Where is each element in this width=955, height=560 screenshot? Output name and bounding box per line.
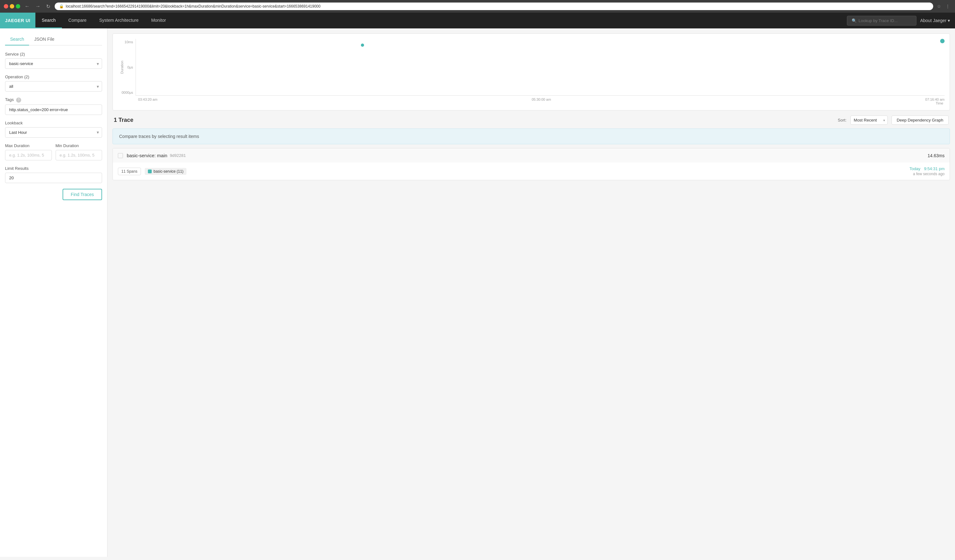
min-duration-group: Min Duration <box>56 144 102 161</box>
back-btn[interactable]: ← <box>23 3 31 10</box>
maximize-window-btn[interactable] <box>16 4 20 9</box>
tags-group: Tags ? <box>5 97 102 115</box>
close-window-btn[interactable] <box>4 4 8 9</box>
browser-chrome: ← → ↻ 🔒 localhost:16686/search?end=16665… <box>0 0 955 12</box>
x-axis-end-label: Time <box>118 101 944 105</box>
browser-nav: ← → ↻ <box>23 3 52 10</box>
nav-tab-monitor[interactable]: Monitor <box>145 12 172 28</box>
lookback-select[interactable]: Last Hour Last 2 Hours Last 6 Hours Last… <box>5 127 102 137</box>
sort-select-wrapper: Most Recent Longest First Shortest First… <box>850 115 888 125</box>
service-group: Service (2) basic-service <box>5 52 102 69</box>
max-duration-group: Max Duration <box>5 144 52 161</box>
operation-group: Operation (2) all <box>5 75 102 92</box>
tags-input[interactable] <box>5 105 102 115</box>
operation-label: Operation (2) <box>5 75 102 79</box>
trace-item-header[interactable]: basic-service: main 9d92281 14.63ms <box>113 148 950 162</box>
max-duration-label: Max Duration <box>5 144 52 148</box>
service-color-dot <box>148 170 152 173</box>
trace-name: basic-service: main <box>127 153 167 158</box>
tags-help-icon: ? <box>16 98 21 103</box>
trace-date: Today <box>910 166 921 171</box>
y-axis: 10ms 0μs 0000μs Duration <box>118 39 136 96</box>
chart-container: 10ms 0μs 0000μs Duration 03:43:20 am 05:… <box>113 33 950 111</box>
find-traces-wrapper: Find Traces <box>5 189 102 200</box>
about-jaeger-menu[interactable]: About Jaeger ▾ <box>920 18 950 23</box>
tab-json-file[interactable]: JSON File <box>29 33 59 45</box>
trace-id: 9d92281 <box>170 153 186 158</box>
chart-inner: 10ms 0μs 0000μs Duration <box>118 39 944 96</box>
deep-dependency-graph-button[interactable]: Deep Dependency Graph <box>891 115 949 125</box>
trace-meta-right: Today 9:54:31 pm a few seconds ago <box>910 166 944 176</box>
trace-lookup[interactable]: 🔍 <box>847 16 916 26</box>
min-duration-input[interactable] <box>56 150 102 161</box>
max-duration-input[interactable] <box>5 150 52 161</box>
trace-item-body: 11 Spans basic-service (11) Today 9:54:3… <box>113 162 950 180</box>
nav-tab-system-architecture[interactable]: System Architecture <box>93 12 145 28</box>
browser-actions: ☆ ⋮ <box>936 3 951 10</box>
search-icon: 🔍 <box>852 18 857 23</box>
forward-btn[interactable]: → <box>33 3 42 10</box>
service-select[interactable]: basic-service <box>5 58 102 69</box>
main-layout: Search JSON File Service (2) basic-servi… <box>0 28 955 557</box>
spans-badge: 11 Spans <box>118 168 141 175</box>
x-label-1: 03:43:20 am <box>138 98 157 101</box>
x-label-3: 07:16:40 am <box>925 98 944 101</box>
main-nav: Search Compare System Architecture Monit… <box>35 12 172 28</box>
lookback-label: Lookback <box>5 120 102 125</box>
trace-item: basic-service: main 9d92281 14.63ms 11 S… <box>113 148 950 180</box>
nav-tab-search[interactable]: Search <box>35 12 62 28</box>
duration-row: Max Duration Min Duration <box>5 144 102 166</box>
trace-checkbox[interactable] <box>118 153 123 158</box>
sort-select[interactable]: Most Recent Longest First Shortest First… <box>850 115 888 125</box>
y-label-top: 10ms <box>125 40 133 44</box>
y-label-mid: 0μs <box>127 66 133 69</box>
tab-search[interactable]: Search <box>5 33 29 45</box>
chart-plot-area <box>136 39 944 96</box>
address-bar[interactable]: 🔒 localhost:16686/search?end=16665422914… <box>55 3 933 10</box>
extensions-btn[interactable]: ⋮ <box>944 3 951 10</box>
operation-select-wrapper: all <box>5 81 102 92</box>
y-axis-label: Duration <box>120 61 124 74</box>
sidebar: Search JSON File Service (2) basic-servi… <box>0 28 108 557</box>
trace-id-input[interactable] <box>859 18 912 23</box>
service-badge: basic-service (11) <box>145 168 187 175</box>
limit-results-group: Limit Results <box>5 166 102 183</box>
lock-icon: 🔒 <box>59 4 64 9</box>
jaeger-logo: JAEGER UI <box>0 12 35 28</box>
trace-time: 9:54:31 pm <box>924 166 944 171</box>
star-btn[interactable]: ☆ <box>936 3 942 10</box>
trace-dot <box>361 44 364 47</box>
refresh-btn[interactable]: ↻ <box>44 3 52 10</box>
operation-select[interactable]: all <box>5 81 102 92</box>
y-label-bot: 0000μs <box>122 90 133 94</box>
trace-datetime: Today 9:54:31 pm <box>910 166 944 171</box>
results-controls: Sort: Most Recent Longest First Shortest… <box>838 115 949 125</box>
trace-meta-left: 11 Spans basic-service (11) <box>118 168 186 175</box>
url-text: localhost:16686/search?end=1666542291419… <box>66 4 321 9</box>
minimize-window-btn[interactable] <box>10 4 14 9</box>
service-select-wrapper: basic-service <box>5 58 102 69</box>
app-header: JAEGER UI Search Compare System Architec… <box>0 12 955 28</box>
limit-results-label: Limit Results <box>5 166 102 171</box>
lookback-select-wrapper: Last Hour Last 2 Hours Last 6 Hours Last… <box>5 127 102 137</box>
results-count: 1 Trace <box>114 117 133 123</box>
x-label-2: 05:30:00 am <box>532 98 551 101</box>
sidebar-tabs: Search JSON File <box>5 33 102 45</box>
content-area: 10ms 0μs 0000μs Duration 03:43:20 am 05:… <box>108 28 955 557</box>
chevron-down-icon: ▾ <box>948 18 950 23</box>
nav-tab-compare[interactable]: Compare <box>62 12 93 28</box>
service-name: basic-service (11) <box>153 169 183 174</box>
tags-label: Tags ? <box>5 97 102 103</box>
service-label: Service (2) <box>5 52 102 56</box>
trace-duration: 14.63ms <box>927 153 944 158</box>
trace-age: a few seconds ago <box>910 172 944 176</box>
compare-banner: Compare traces by selecting result items <box>113 128 950 144</box>
sort-label: Sort: <box>838 118 846 122</box>
limit-results-input[interactable] <box>5 173 102 183</box>
find-traces-button[interactable]: Find Traces <box>63 189 102 200</box>
header-right: 🔍 About Jaeger ▾ <box>847 16 955 26</box>
results-header: 1 Trace Sort: Most Recent Longest First … <box>113 115 950 125</box>
min-duration-label: Min Duration <box>56 144 102 148</box>
x-axis-labels: 03:43:20 am 05:30:00 am 07:16:40 am <box>118 96 944 101</box>
window-controls <box>4 4 20 9</box>
